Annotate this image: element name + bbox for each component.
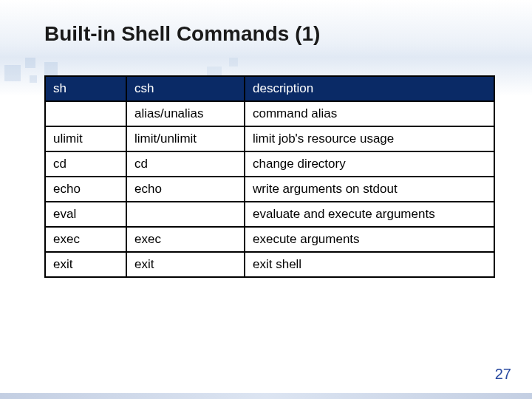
table-row: ulimit limit/unlimit limit job's resourc… — [45, 126, 494, 151]
table-row: echo echo write arguments on stdout — [45, 177, 494, 202]
cell-csh: limit/unlimit — [126, 126, 245, 151]
cell-csh: exec — [126, 227, 245, 252]
col-header-desc: description — [245, 76, 494, 101]
cell-desc: execute arguments — [245, 227, 494, 252]
commands-table: sh csh description alias/unalias command… — [44, 75, 495, 278]
slide: Built-in Shell Commands (1) sh csh descr… — [0, 0, 532, 399]
footer-bar — [0, 393, 532, 399]
cell-desc: write arguments on stdout — [245, 177, 494, 202]
col-header-sh: sh — [45, 76, 126, 101]
cell-desc: exit shell — [245, 252, 494, 277]
cell-csh: cd — [126, 151, 245, 177]
cell-desc: change directory — [245, 151, 494, 177]
cell-desc: limit job's resource usage — [245, 126, 494, 151]
cell-sh: eval — [45, 202, 126, 227]
cell-sh: exec — [45, 227, 126, 252]
table-header-row: sh csh description — [45, 76, 494, 101]
cell-sh: ulimit — [45, 126, 126, 151]
cell-csh: echo — [126, 177, 245, 202]
table-row: exit exit exit shell — [45, 252, 494, 277]
cell-sh — [45, 101, 126, 126]
cell-sh: echo — [45, 177, 126, 202]
col-header-csh: csh — [126, 76, 245, 101]
table-row: eval evaluate and execute arguments — [45, 202, 494, 227]
cell-csh: alias/unalias — [126, 101, 245, 126]
table-row: cd cd change directory — [45, 151, 494, 177]
cell-csh — [126, 202, 245, 227]
slide-title: Built-in Shell Commands (1) — [44, 22, 495, 46]
page-number: 27 — [495, 366, 511, 383]
cell-sh: cd — [45, 151, 126, 177]
cell-csh: exit — [126, 252, 245, 277]
table-row: alias/unalias command alias — [45, 101, 494, 126]
cell-sh: exit — [45, 252, 126, 277]
cell-desc: command alias — [245, 101, 494, 126]
table-row: exec exec execute arguments — [45, 227, 494, 252]
cell-desc: evaluate and execute arguments — [245, 202, 494, 227]
